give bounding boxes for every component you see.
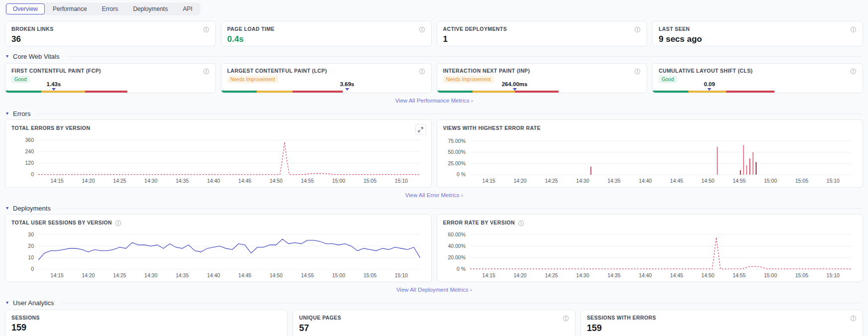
view-all-error-metrics-link[interactable]: View All Error Metrics › (5, 192, 863, 198)
analytics-label: SESSIONS WITH ERRORS (587, 315, 656, 321)
user-analytics-row: SESSIONS 159 UNIQUE PAGES 57 SESSIONS WI… (5, 310, 863, 336)
rum-overview-dashboard: Overview Performance Errors Deployments … (0, 0, 868, 336)
svg-text:0: 0 (31, 266, 34, 272)
chart-card-total-user-sessions-by-version: TOTAL USER SESSIONS BY VERSION 302010014… (5, 214, 432, 282)
cwv-label: CUMULATIVE LAYOUT SHIFT (CLS) (659, 68, 753, 74)
analytics-card-sessions: SESSIONS 159 (5, 310, 288, 336)
info-icon[interactable] (203, 26, 209, 32)
info-icon[interactable] (203, 68, 209, 74)
svg-text:15:05: 15:05 (364, 178, 377, 184)
section-title: Core Web Vitals (13, 53, 59, 60)
tab-deployments[interactable]: Deployments (126, 3, 175, 14)
chart-card-total-errors-by-version: TOTAL ERRORS BY VERSION 360240120014:151… (5, 119, 432, 188)
svg-text:360: 360 (25, 137, 34, 143)
tab-performance[interactable]: Performance (46, 3, 94, 14)
stat-label: ACTIVE DEPLOYMENTS (443, 26, 507, 32)
cwv-card-lcp: LARGEST CONTENTFUL PAINT (LCP) Needs Imp… (221, 63, 432, 93)
svg-text:15:05: 15:05 (795, 273, 808, 278)
svg-text:14:30: 14:30 (144, 178, 157, 184)
svg-text:14:15: 14:15 (482, 273, 495, 278)
svg-text:10: 10 (28, 255, 34, 260)
info-icon[interactable] (518, 220, 524, 226)
expand-icon[interactable] (415, 124, 426, 135)
cwv-gauge: 264.00ms (437, 81, 647, 93)
analytics-card-unique-pages: UNIQUE PAGES 57 (292, 310, 575, 336)
svg-text:14:50: 14:50 (270, 273, 283, 278)
svg-text:14:35: 14:35 (607, 273, 620, 278)
svg-text:240: 240 (25, 149, 34, 154)
svg-text:14:55: 14:55 (301, 178, 314, 184)
chart-title: VIEWS WITH HIGHEST ERROR RATE (443, 125, 541, 131)
info-icon[interactable] (115, 220, 121, 226)
total-errors-by-version-chart: 360240120014:1514:2014:2514:3014:3514:40… (11, 133, 425, 185)
cwv-card-cls: CUMULATIVE LAYOUT SHIFT (CLS) Good 0.09 (652, 63, 863, 93)
svg-text:0: 0 (31, 172, 34, 177)
stat-card-last-seen: LAST SEEN 9 secs ago (652, 21, 863, 46)
svg-text:14:45: 14:45 (670, 273, 683, 278)
stat-card-broken-links: BROKEN LINKS 36 (5, 21, 216, 46)
analytics-value: 159 (587, 323, 857, 334)
gauge-value: 264.00ms (502, 81, 528, 87)
svg-text:14:35: 14:35 (607, 178, 620, 184)
total-user-sessions-by-version-chart: 302010014:1514:2014:2514:3014:3514:4014:… (11, 227, 425, 279)
section-divider (37, 113, 862, 114)
section-title: User Analytics (13, 299, 54, 307)
svg-text:14:50: 14:50 (270, 178, 283, 184)
chart-card-error-rate-by-version: ERROR RATE BY VERSION 60.00%40.00%20.00%… (437, 214, 864, 282)
section-header-user-analytics: ▾ User Analytics (6, 299, 862, 307)
stat-card-page-load-time: PAGE LOAD TIME 0.4s (221, 21, 432, 46)
svg-text:15:05: 15:05 (795, 178, 808, 184)
collapse-caret-icon[interactable]: ▾ (6, 206, 8, 211)
gauge-bar (221, 91, 431, 93)
stat-cards-row: BROKEN LINKS 36 PAGE LOAD TIME 0.4s ACTI… (5, 21, 863, 46)
info-icon[interactable] (850, 315, 857, 321)
chart-title: TOTAL USER SESSIONS BY VERSION (11, 220, 112, 225)
view-all-performance-metrics-link[interactable]: View All Performance Metrics › (5, 98, 863, 104)
tab-bar: Overview Performance Errors Deployments … (5, 2, 200, 15)
svg-text:14:55: 14:55 (301, 273, 314, 278)
section-title: Deployments (13, 205, 51, 212)
tab-errors[interactable]: Errors (95, 3, 125, 14)
info-icon[interactable] (634, 68, 641, 74)
info-icon[interactable] (634, 26, 641, 32)
svg-text:14:30: 14:30 (576, 178, 589, 184)
info-icon[interactable] (850, 26, 857, 32)
info-icon[interactable] (419, 26, 425, 32)
analytics-value: 159 (11, 323, 281, 333)
info-icon[interactable] (419, 68, 425, 74)
gauge-bar (437, 91, 647, 93)
stat-label: PAGE LOAD TIME (227, 26, 275, 32)
section-divider (61, 303, 862, 303)
view-all-deployment-metrics-link[interactable]: View All Deployment Metrics › (5, 287, 863, 293)
cwv-card-fcp: FIRST CONTENTFUL PAINT (FCP) Good 1.43s (5, 63, 216, 93)
stat-label: BROKEN LINKS (11, 26, 54, 32)
svg-text:14:15: 14:15 (51, 178, 64, 184)
section-header-core-web-vitals: ▾ Core Web Vitals (6, 52, 862, 60)
svg-text:14:15: 14:15 (51, 273, 64, 278)
info-icon[interactable] (850, 68, 857, 74)
gauge-value: 0.09 (704, 81, 715, 87)
stat-value: 1 (443, 34, 641, 44)
errors-charts-row: TOTAL ERRORS BY VERSION 360240120014:151… (5, 119, 863, 188)
cwv-gauge: 0.09 (653, 81, 863, 93)
svg-text:15:00: 15:00 (764, 273, 776, 278)
svg-text:75.00%: 75.00% (448, 138, 466, 144)
svg-text:14:55: 14:55 (732, 178, 745, 184)
svg-text:14:35: 14:35 (176, 273, 189, 278)
svg-text:15:00: 15:00 (764, 178, 776, 184)
svg-text:14:40: 14:40 (207, 273, 220, 278)
collapse-caret-icon[interactable]: ▾ (6, 54, 8, 59)
analytics-card-sessions-with-errors: SESSIONS WITH ERRORS 159 (580, 310, 863, 336)
chevron-right-icon: › (470, 287, 472, 293)
info-icon[interactable] (563, 315, 569, 321)
svg-text:25.00%: 25.00% (448, 161, 466, 166)
collapse-caret-icon[interactable]: ▾ (6, 111, 8, 116)
error-rate-by-version-chart: 60.00%40.00%20.00%0 %14:1514:2014:2514:3… (443, 227, 857, 279)
svg-text:120: 120 (25, 160, 34, 166)
tab-overview[interactable]: Overview (6, 3, 45, 14)
chevron-right-icon: › (471, 98, 473, 104)
collapse-caret-icon[interactable]: ▾ (6, 300, 8, 305)
analytics-label: UNIQUE PAGES (299, 315, 341, 321)
tab-api[interactable]: API (176, 3, 199, 14)
stat-value: 9 secs ago (659, 34, 857, 44)
